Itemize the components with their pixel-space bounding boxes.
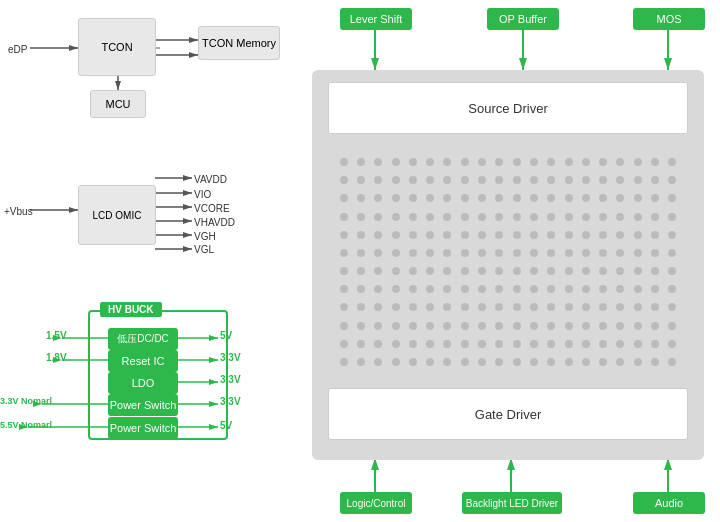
dot xyxy=(478,322,486,330)
dot xyxy=(478,303,486,311)
dot xyxy=(340,340,348,348)
dot xyxy=(443,285,451,293)
dot xyxy=(565,322,573,330)
dot xyxy=(599,176,607,184)
lcd-omic-box: LCD OMIC xyxy=(78,185,156,245)
dot xyxy=(668,322,676,330)
dot xyxy=(340,249,348,257)
dot xyxy=(668,340,676,348)
dot xyxy=(651,303,659,311)
dot xyxy=(565,231,573,239)
dot xyxy=(426,176,434,184)
dot xyxy=(668,176,676,184)
dot xyxy=(357,231,365,239)
dot xyxy=(668,194,676,202)
dot xyxy=(357,303,365,311)
dot xyxy=(530,322,538,330)
dot xyxy=(495,285,503,293)
dot xyxy=(565,176,573,184)
dot xyxy=(495,249,503,257)
source-driver-label: Source Driver xyxy=(468,101,547,116)
tcon-memory-label: TCON Memory xyxy=(202,37,276,49)
vbus-label: +Vbus xyxy=(4,206,33,217)
dot xyxy=(582,340,590,348)
gate-driver-label: Gate Driver xyxy=(475,407,541,422)
dot xyxy=(513,358,521,366)
dot xyxy=(495,303,503,311)
dot xyxy=(443,340,451,348)
dot xyxy=(547,358,555,366)
dot xyxy=(651,249,659,257)
dot xyxy=(461,285,469,293)
dot xyxy=(634,340,642,348)
dot xyxy=(478,158,486,166)
dot xyxy=(443,176,451,184)
dot xyxy=(565,194,573,202)
dot xyxy=(599,249,607,257)
dot xyxy=(495,322,503,330)
dot xyxy=(461,213,469,221)
v5-5-nomarl-label: 5.5V Nomarl xyxy=(0,420,52,430)
dot xyxy=(409,213,417,221)
v3-3-nomarl-label: 3.3V Nomarl xyxy=(0,396,52,406)
edp-label: eDP xyxy=(8,44,27,55)
lever-shift-label: Lever Shift xyxy=(350,13,403,25)
dot xyxy=(392,158,400,166)
dot xyxy=(357,285,365,293)
dot xyxy=(495,176,503,184)
dot xyxy=(530,176,538,184)
dot xyxy=(616,249,624,257)
dot xyxy=(634,249,642,257)
dot xyxy=(616,213,624,221)
dot xyxy=(374,340,382,348)
dot xyxy=(547,303,555,311)
dot xyxy=(530,303,538,311)
dot xyxy=(443,213,451,221)
source-driver-box: Source Driver xyxy=(328,82,688,134)
backlight-led-label: Backlight LED Driver xyxy=(466,498,558,509)
dot xyxy=(392,213,400,221)
dot xyxy=(443,322,451,330)
dot xyxy=(443,267,451,275)
dot xyxy=(461,267,469,275)
dot xyxy=(392,322,400,330)
dot xyxy=(599,303,607,311)
dot xyxy=(409,231,417,239)
dot xyxy=(409,285,417,293)
dot xyxy=(392,231,400,239)
lcd-omic-label: LCD OMIC xyxy=(93,210,142,221)
dot xyxy=(340,194,348,202)
dot xyxy=(374,303,382,311)
dot xyxy=(547,267,555,275)
dot xyxy=(530,231,538,239)
dot xyxy=(582,267,590,275)
dot xyxy=(409,358,417,366)
dot xyxy=(616,231,624,239)
dot xyxy=(530,285,538,293)
dot xyxy=(495,267,503,275)
dot xyxy=(634,231,642,239)
dot xyxy=(443,303,451,311)
tcon-label: TCON xyxy=(101,41,132,53)
power-switch2-box: Power Switch xyxy=(108,417,178,439)
dot xyxy=(357,194,365,202)
dot xyxy=(426,285,434,293)
dot xyxy=(651,340,659,348)
dot xyxy=(495,194,503,202)
dot xyxy=(651,194,659,202)
dot xyxy=(495,231,503,239)
dot xyxy=(513,231,521,239)
dot xyxy=(340,358,348,366)
dot xyxy=(599,358,607,366)
vgh-label: VGH xyxy=(194,231,216,242)
diagram: eDP TCON TCON Memory MCU LCD OMIC +Vbus … xyxy=(0,0,720,522)
op-buffer-label: OP Buffer xyxy=(499,13,547,25)
dot xyxy=(426,358,434,366)
dot xyxy=(616,303,624,311)
dot xyxy=(634,358,642,366)
dot xyxy=(461,340,469,348)
dot xyxy=(513,194,521,202)
dot xyxy=(582,322,590,330)
dot xyxy=(547,158,555,166)
dot xyxy=(357,358,365,366)
